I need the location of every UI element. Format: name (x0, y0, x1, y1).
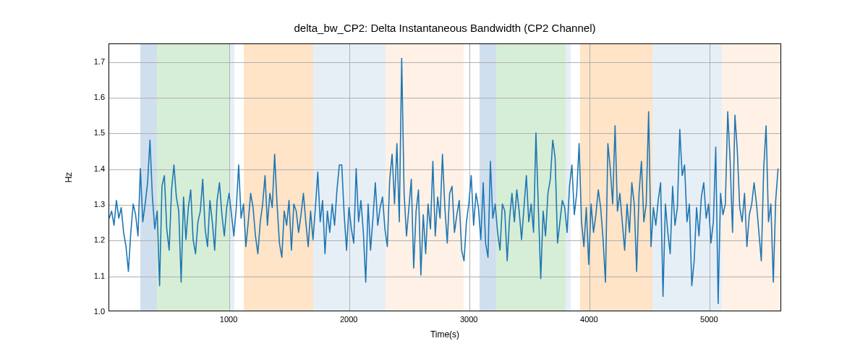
x-tick-label: 5000 (700, 315, 718, 324)
chart-figure: delta_bw_CP2: Delta Instantaneous Bandwi… (0, 0, 868, 362)
series-line (109, 59, 778, 304)
chart-title: delta_bw_CP2: Delta Instantaneous Bandwi… (109, 22, 781, 34)
plot-area (109, 43, 781, 311)
y-axis-label: Hz (64, 172, 74, 183)
y-tick-label: 1.5 (94, 128, 105, 137)
y-tick-label: 1.4 (94, 164, 105, 173)
x-tick-label: 2000 (340, 315, 357, 324)
x-tick-label: 1000 (220, 315, 237, 324)
y-tick-label: 1.7 (94, 57, 105, 66)
y-tick-label: 1.0 (94, 307, 105, 316)
x-axis-label: Time(s) (109, 329, 781, 340)
x-tick-label: 3000 (460, 315, 477, 324)
data-line (109, 44, 780, 311)
y-tick-label: 1.1 (94, 272, 105, 280)
y-tick-label: 1.2 (94, 235, 105, 244)
y-tick-label: 1.6 (94, 93, 105, 101)
x-tick-label: 4000 (580, 315, 597, 324)
y-tick-label: 1.3 (94, 200, 105, 209)
